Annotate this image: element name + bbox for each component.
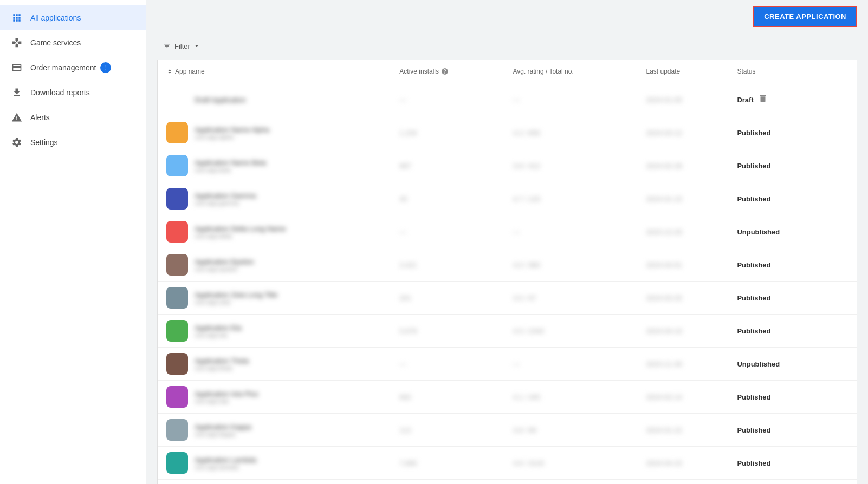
last-update-cell: 2024-04-10 bbox=[637, 315, 728, 348]
app-icon-placeholder bbox=[166, 89, 188, 110]
rating-cell: 4.1 / 345 bbox=[504, 381, 637, 414]
app-name-primary: Application Zeta Long Title bbox=[195, 291, 277, 299]
app-name-cell-3[interactable]: Application Name Betacom.app.beta bbox=[158, 149, 391, 182]
active-installs-cell: 45 bbox=[391, 182, 504, 215]
last-update-cell: 2024-03-25 bbox=[637, 282, 728, 315]
last-update-cell: 2024-01-05 bbox=[637, 83, 728, 116]
app-name-secondary: com.app.delta bbox=[195, 233, 286, 239]
col-app-name[interactable]: App name bbox=[158, 60, 391, 83]
active-installs-cell: 7,890 bbox=[391, 447, 504, 480]
table-row[interactable]: Application Zeta Long Titlecom.app.zeta2… bbox=[158, 282, 857, 315]
sidebar-item-all-applications[interactable]: All applications bbox=[0, 5, 146, 30]
app-name-cell-10[interactable]: Application Iota Pluscom.app.iota bbox=[158, 381, 391, 414]
app-name-secondary: com.app.beta bbox=[195, 167, 266, 173]
sidebar-item-game-services[interactable]: Game services bbox=[0, 30, 146, 55]
col-status: Status bbox=[728, 60, 857, 83]
gamepad-icon bbox=[11, 37, 23, 49]
last-update-cell: 2024-01-22 bbox=[637, 414, 728, 447]
status-cell: Published bbox=[728, 182, 857, 215]
table-row[interactable]: Application Epsiloncom.app.epsilon3,4214… bbox=[158, 248, 857, 282]
alert-icon bbox=[11, 112, 23, 123]
app-name-cell-5[interactable]: Application Delta Long Namecom.app.delta bbox=[158, 215, 391, 248]
table-row[interactable]: Application Name Betacom.app.beta9873.9 … bbox=[158, 149, 857, 182]
status-cell: Published bbox=[728, 414, 857, 447]
table-row[interactable]: Application Thetacom.app.theta——2023-11-… bbox=[158, 348, 857, 381]
delete-icon[interactable] bbox=[758, 94, 768, 106]
status-cell: Published bbox=[728, 381, 857, 414]
sidebar-item-download-reports[interactable]: Download reports bbox=[0, 80, 146, 105]
app-name-cell-13[interactable]: Application Mucom.app.mu bbox=[158, 480, 391, 485]
table-header-row: App name Active installs Avg. rating / T… bbox=[158, 60, 857, 83]
sidebar-item-alerts[interactable]: Alerts bbox=[0, 105, 146, 130]
app-name-cell-12[interactable]: Application Lambdacom.app.lambda bbox=[158, 447, 391, 480]
status-cell: Published bbox=[728, 315, 857, 348]
filter-icon bbox=[163, 42, 171, 50]
sidebar-item-label: Download reports bbox=[30, 88, 90, 97]
apps-icon bbox=[11, 12, 23, 24]
app-icon bbox=[166, 254, 188, 276]
app-name-primary: Application Lambda bbox=[195, 456, 256, 464]
status-cell: Published bbox=[728, 116, 857, 149]
app-name-cell-6[interactable]: Application Epsiloncom.app.epsilon bbox=[158, 248, 391, 282]
app-name-cell-8[interactable]: Application Etacom.app.eta bbox=[158, 315, 391, 348]
app-name-cell-9[interactable]: Application Thetacom.app.theta bbox=[158, 348, 391, 381]
filter-button[interactable]: Filter bbox=[157, 38, 205, 54]
active-installs-cell: 1,234 bbox=[391, 116, 504, 149]
table-row[interactable]: Application Etacom.app.eta5,6784.5 / 234… bbox=[158, 315, 857, 348]
rating-cell: — bbox=[504, 83, 637, 116]
app-icon bbox=[166, 155, 188, 176]
status-cell: Draft bbox=[728, 83, 857, 116]
app-icon bbox=[166, 320, 188, 342]
app-icon bbox=[166, 188, 188, 210]
table-row[interactable]: Application Kappacom.app.kappa1123.8 / 8… bbox=[158, 414, 857, 447]
app-name-primary: Application Gamma bbox=[195, 192, 256, 200]
sidebar-item-label: Settings bbox=[30, 138, 58, 147]
app-name-primary: Application Theta bbox=[195, 357, 249, 365]
app-icon bbox=[166, 419, 188, 441]
status-cell: Published bbox=[728, 480, 857, 485]
active-installs-cell: 3,421 bbox=[391, 248, 504, 282]
sidebar-item-order-management[interactable]: Order management ! bbox=[0, 55, 146, 80]
create-application-button[interactable]: CREATE APPLICATION bbox=[753, 6, 857, 27]
gear-icon bbox=[11, 136, 23, 148]
table-row[interactable]: Application Gammacom.app.gamma454.7 / 12… bbox=[158, 182, 857, 215]
app-name-cell-11[interactable]: Application Kappacom.app.kappa bbox=[158, 414, 391, 447]
app-name-cell-4[interactable]: Application Gammacom.app.gamma bbox=[158, 182, 391, 215]
app-icon bbox=[166, 353, 188, 375]
last-update-cell: 2024-03-08 bbox=[637, 480, 728, 485]
status-cell: Published bbox=[728, 447, 857, 480]
app-name-cell-7[interactable]: Application Zeta Long Titlecom.app.zeta bbox=[158, 282, 391, 315]
rating-cell: — bbox=[504, 348, 637, 381]
app-name-cell-2[interactable]: Application Name Alphacom.app.alpha bbox=[158, 116, 391, 149]
active-installs-cell: 201 bbox=[391, 282, 504, 315]
order-management-badge: ! bbox=[100, 62, 111, 73]
table-row[interactable]: Application Mucom.app.mu4564.3 / 1782024… bbox=[158, 480, 857, 485]
table-row[interactable]: Application Delta Long Namecom.app.delta… bbox=[158, 215, 857, 248]
sidebar-item-settings[interactable]: Settings bbox=[0, 130, 146, 155]
last-update-cell: 2024-04-01 bbox=[637, 248, 728, 282]
rating-cell: 4.3 / 178 bbox=[504, 480, 637, 485]
filter-bar: Filter bbox=[146, 32, 868, 60]
status-badge: Published bbox=[737, 426, 770, 434]
app-name-primary: Draft Application bbox=[195, 96, 246, 104]
app-name-primary: Application Delta Long Name bbox=[195, 225, 286, 233]
rating-cell: 4.0 / 980 bbox=[504, 248, 637, 282]
app-name-cell-1[interactable]: Draft Application bbox=[158, 83, 391, 116]
app-name-primary: Application Epsilon bbox=[195, 258, 254, 266]
last-update-cell: 2024-02-14 bbox=[637, 381, 728, 414]
last-update-cell: 2024-03-12 bbox=[637, 116, 728, 149]
table-row[interactable]: Application Iota Pluscom.app.iota8924.1 … bbox=[158, 381, 857, 414]
status-cell: Published bbox=[728, 248, 857, 282]
main-content: CREATE APPLICATION Filter App name bbox=[146, 0, 868, 484]
status-badge: Unpublished bbox=[737, 228, 780, 236]
table-row[interactable]: Draft Application——2024-01-05Draft bbox=[158, 83, 857, 116]
last-update-cell: 2023-11-30 bbox=[637, 348, 728, 381]
table-row[interactable]: Application Lambdacom.app.lambda7,8904.6… bbox=[158, 447, 857, 480]
rating-cell: 3.5 / 67 bbox=[504, 282, 637, 315]
app-name-primary: Application Iota Plus bbox=[195, 390, 258, 398]
sort-icon bbox=[166, 68, 173, 75]
table-row[interactable]: Application Name Alphacom.app.alpha1,234… bbox=[158, 116, 857, 149]
rating-cell: 4.5 / 2340 bbox=[504, 315, 637, 348]
sidebar: All applications Game services Order man… bbox=[0, 0, 146, 484]
rating-cell: 4.6 / 3120 bbox=[504, 447, 637, 480]
